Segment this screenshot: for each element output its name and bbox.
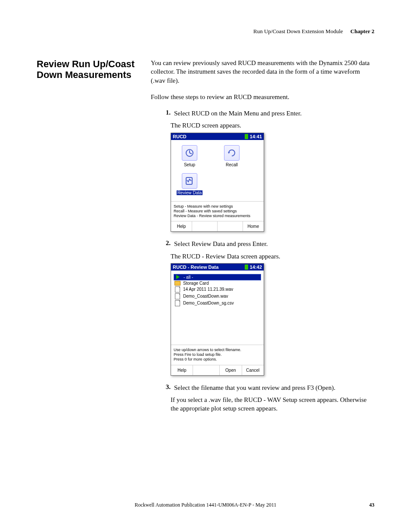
folder-icon	[174, 281, 181, 286]
status-line: Press Fire to load setup file.	[174, 352, 261, 357]
row-label: Demo_CoastDown_sg.csv	[183, 301, 234, 305]
page-footer: Rockwell Automation Publication 1441-UM0…	[0, 502, 411, 508]
status-line: Review Data - Review stored measurements	[174, 214, 261, 218]
review-data-icon	[182, 173, 197, 189]
status-line: Press 0 for more options.	[174, 357, 261, 362]
setup-icon	[182, 145, 197, 161]
row-label: - all -	[184, 275, 193, 280]
titlebar: RUCD 14:41	[171, 133, 264, 140]
row-label: Demo_CoastDown.wav	[183, 294, 228, 299]
step-text: Select Review Data and press Enter.	[174, 240, 374, 248]
status-line: Recall - Measure with saved settings	[174, 209, 261, 214]
status-line: Use up/down arrows to select filename.	[174, 348, 261, 352]
step-number: 3.	[159, 383, 174, 392]
module-name: Run Up/Coast Down Extension Module	[253, 28, 343, 34]
softkey-open[interactable]: Open	[219, 365, 241, 375]
recall-option[interactable]: Recall	[217, 145, 247, 167]
step-number: 1.	[159, 109, 174, 118]
step-text: Select the filename that you want review…	[174, 383, 374, 392]
page-number: 43	[357, 502, 374, 508]
review-data-screen: RUCD - Review Data 14:42 - all -	[171, 263, 264, 376]
file-icon	[174, 293, 181, 299]
file-list[interactable]: - all - Storage Card 14 Apr 2011 11.21.3…	[174, 273, 261, 308]
battery-icon	[245, 134, 248, 139]
step-2-caption: The RUCD - Review Data screen appears.	[171, 252, 374, 261]
status-block: Use up/down arrows to select filename. P…	[171, 345, 264, 365]
section-title: Review Run Up/Coast Down Measurements	[37, 59, 144, 81]
softkey-cancel[interactable]: Cancel	[242, 365, 264, 375]
review-data-label: Review Data	[177, 190, 203, 195]
step-2: 2. Select Review Data and press Enter.	[159, 240, 374, 248]
screen-title: RUCD	[173, 134, 187, 139]
follow-paragraph: Follow these steps to review an RUCD mea…	[151, 93, 374, 101]
clock-time: 14:42	[250, 264, 262, 270]
publication-id: Rockwell Automation Publication 1441-UM0…	[54, 502, 357, 508]
step-1-caption: The RUCD screen appears.	[171, 121, 374, 130]
file-row[interactable]: Demo_CoastDown_sg.csv	[174, 300, 261, 307]
row-label: Storage Card	[183, 281, 209, 286]
recall-icon	[224, 145, 240, 161]
clock-time: 14:41	[250, 134, 262, 139]
review-data-option[interactable]: Review Data	[174, 173, 205, 195]
softkey-blank	[193, 365, 219, 375]
screen-title: RUCD - Review Data	[173, 264, 218, 270]
softkey-help[interactable]: Help	[171, 221, 192, 231]
status-block: Setup - Measure with new settings Recall…	[171, 201, 264, 221]
svg-marker-3	[228, 152, 230, 154]
intro-paragraph: You can review previously saved RUCD mea…	[151, 59, 374, 85]
step-3-caption: If you select a .wav file, the RUCD - WA…	[171, 395, 374, 413]
status-line: Setup - Measure with new settings	[174, 204, 261, 209]
file-row-storage[interactable]: Storage Card	[174, 280, 261, 286]
softkey-blank	[217, 221, 243, 231]
softkey-home[interactable]: Home	[243, 221, 264, 231]
recall-label: Recall	[226, 162, 238, 167]
row-label: 14 Apr 2011 11.21.39.wav	[183, 287, 233, 292]
step-1: 1. Select RUCD on the Main Menu and pres…	[159, 109, 374, 118]
setup-label: Setup	[184, 162, 195, 167]
arrow-icon	[175, 275, 181, 279]
softkey-bar: Help Home	[171, 221, 264, 231]
softkey-blank	[192, 221, 217, 231]
file-icon	[174, 300, 181, 306]
file-row-all[interactable]: - all -	[174, 274, 261, 280]
softkey-help[interactable]: Help	[171, 365, 193, 375]
step-number: 2.	[159, 240, 174, 248]
setup-option[interactable]: Setup	[174, 145, 205, 167]
step-3: 3. Select the filename that you want rev…	[159, 383, 374, 392]
titlebar: RUCD - Review Data 14:42	[171, 264, 264, 271]
chapter-label: Chapter 2	[350, 28, 374, 34]
step-text: Select RUCD on the Main Menu and press E…	[174, 109, 374, 118]
svg-line-2	[190, 153, 192, 154]
softkey-bar: Help Open Cancel	[171, 365, 264, 375]
running-header: Run Up/Coast Down Extension Module Chapt…	[37, 28, 374, 35]
battery-icon	[245, 264, 248, 270]
rucd-screen: RUCD 14:41 Setup	[171, 133, 264, 232]
file-icon	[174, 286, 181, 292]
file-row[interactable]: 14 Apr 2011 11.21.39.wav	[174, 286, 261, 293]
file-row[interactable]: Demo_CoastDown.wav	[174, 293, 261, 300]
